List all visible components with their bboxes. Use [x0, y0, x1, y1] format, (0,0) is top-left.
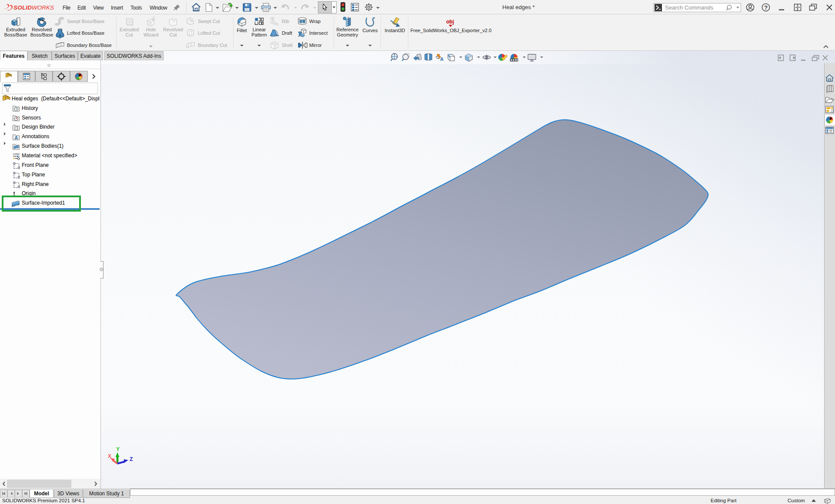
svg-text:A: A [15, 135, 18, 140]
svg-text:X: X [108, 453, 111, 459]
svg-text:obj: obj [446, 19, 454, 25]
svg-text:SOLID: SOLID [13, 4, 32, 11]
svg-text:WORKS: WORKS [32, 4, 54, 11]
svg-text:Z: Z [130, 456, 133, 462]
svg-text:?: ? [764, 4, 768, 11]
svg-text:Y: Y [116, 446, 120, 452]
svg-text:Search Commands: Search Commands [665, 4, 714, 11]
svg-text:A: A [440, 56, 444, 62]
